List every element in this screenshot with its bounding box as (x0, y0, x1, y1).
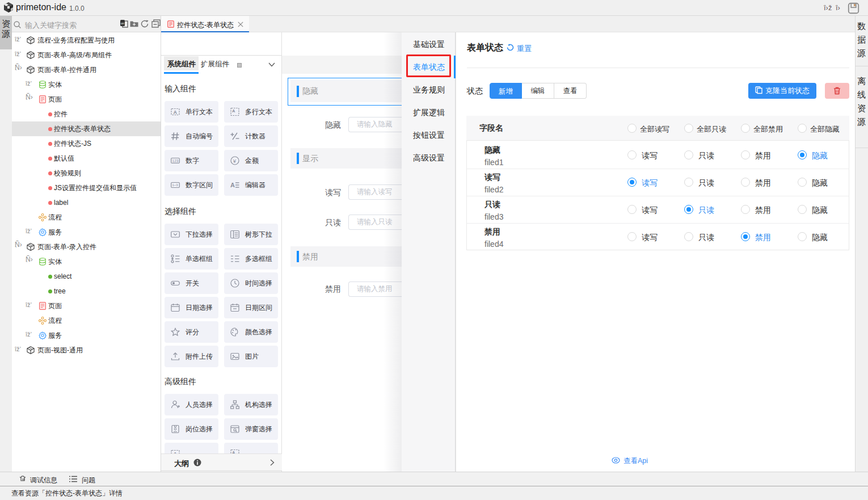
svg-text:A: A (174, 110, 178, 115)
svg-text:¥: ¥ (233, 158, 237, 164)
svg-text:1~3: 1~3 (172, 183, 178, 187)
svg-text:A: A (230, 182, 235, 188)
svg-text:A: A (232, 108, 235, 114)
svg-text:on: on (121, 22, 124, 25)
svg-text:123: 123 (172, 159, 179, 163)
